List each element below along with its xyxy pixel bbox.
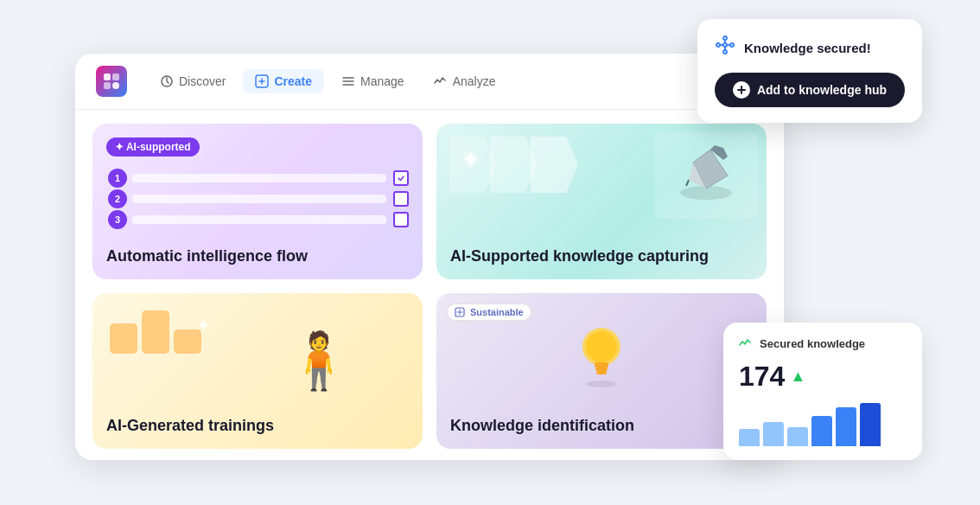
sustainable-badge: Sustainable xyxy=(447,304,531,321)
svg-rect-13 xyxy=(595,368,608,371)
sparkle-small-icon: ✦ xyxy=(196,315,211,336)
secured-card-header: Secured knowledge xyxy=(739,336,907,350)
scene: Discover Create Manage xyxy=(58,19,922,486)
svg-point-18 xyxy=(723,36,727,40)
checklist-item-1: 1 xyxy=(132,170,409,186)
bar-2 xyxy=(787,427,808,446)
card-ai-flow[interactable]: ✦ AI-supported 1 2 xyxy=(92,124,423,279)
svg-rect-14 xyxy=(596,371,607,374)
add-hub-btn-icon xyxy=(733,81,750,99)
nav-item-discover[interactable]: Discover xyxy=(148,69,238,93)
bulb-illustration xyxy=(571,319,632,400)
sparkle-icon: ✦ xyxy=(461,145,480,174)
svg-rect-1 xyxy=(112,74,119,80)
checklist-item-2: 2 xyxy=(132,191,409,207)
knowledge-popup: Knowledge secured! Add to knowledge hub xyxy=(697,19,922,123)
nav-items: Discover Create Manage xyxy=(148,69,507,93)
trend-up-icon: ▲ xyxy=(790,368,805,386)
nav-item-manage[interactable]: Manage xyxy=(329,69,417,93)
bar-0 xyxy=(739,429,760,446)
bar-5 xyxy=(860,403,881,446)
svg-rect-12 xyxy=(595,362,608,368)
svg-rect-0 xyxy=(104,74,111,80)
card-ai-trainings[interactable]: 🧍 ✦ AI-Generated trainings xyxy=(92,293,423,449)
app-card: Discover Create Manage xyxy=(75,54,784,460)
nav-bar: Discover Create Manage xyxy=(75,54,784,110)
bar-1 xyxy=(763,422,784,446)
svg-point-11 xyxy=(586,331,617,362)
svg-point-15 xyxy=(723,43,727,47)
card-knowledge-identification[interactable]: Sustainable Knowledge identification xyxy=(436,293,767,449)
bar-4 xyxy=(836,407,856,446)
nav-item-analyze[interactable]: Analyze xyxy=(422,69,508,93)
checklist-item-3: 3 xyxy=(132,212,409,227)
person-figure: 🧍 xyxy=(284,333,353,388)
card-identification-title: Knowledge identification xyxy=(450,417,753,435)
svg-point-9 xyxy=(586,380,617,387)
svg-point-17 xyxy=(730,43,734,47)
app-logo xyxy=(96,66,127,97)
add-to-hub-button[interactable]: Add to knowledge hub xyxy=(715,73,905,107)
pen-illustration xyxy=(654,132,758,219)
card-trainings-title: AI-Generated trainings xyxy=(106,417,409,435)
popup-title: Knowledge secured! xyxy=(744,41,871,55)
svg-line-7 xyxy=(686,180,689,186)
training-visual: 🧍 ✦ xyxy=(92,302,423,388)
secured-card-title: Secured knowledge xyxy=(760,337,865,350)
secured-knowledge-card: Secured knowledge 174 ▲ xyxy=(723,323,922,460)
svg-point-19 xyxy=(723,50,727,54)
nav-item-create[interactable]: Create xyxy=(243,69,324,93)
card-knowledge-title: AI-Supported knowledge capturing xyxy=(450,247,753,265)
card-knowledge-capturing[interactable]: ✦ AI-Supported knowledge capturing xyxy=(436,124,767,279)
popup-network-icon xyxy=(715,35,735,61)
secured-card-value: 174 ▲ xyxy=(739,361,907,393)
bar-3 xyxy=(811,416,832,446)
content-grid: ✦ AI-supported 1 2 xyxy=(75,110,784,460)
svg-rect-2 xyxy=(104,82,111,89)
card-ai-flow-title: Automatic intelligence flow xyxy=(106,247,409,265)
secured-bar-chart xyxy=(739,403,907,446)
svg-point-3 xyxy=(112,82,119,89)
ai-supported-badge: ✦ AI-supported xyxy=(106,137,200,157)
checklist-visual: 1 2 3 xyxy=(106,163,409,234)
popup-header: Knowledge secured! xyxy=(715,35,905,61)
svg-point-16 xyxy=(716,43,720,47)
